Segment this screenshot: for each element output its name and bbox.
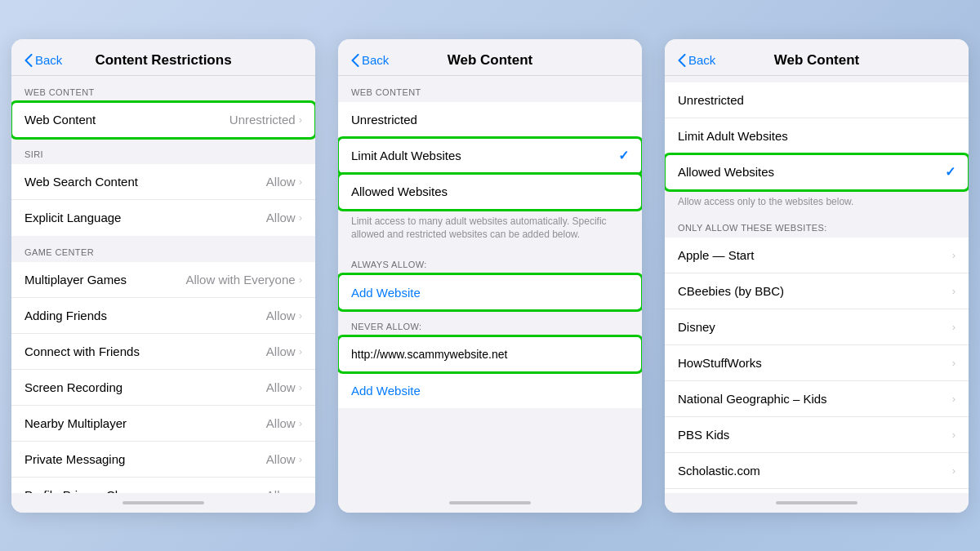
- section-siri-label: SIRI: [11, 138, 315, 164]
- home-bar-3: [776, 501, 858, 504]
- screen2-content: WEB CONTENT Unrestricted Limit Adult Web…: [338, 76, 642, 493]
- home-indicator-3: [665, 493, 969, 513]
- always-allow-group: Add Website: [338, 274, 642, 310]
- website-pbs[interactable]: PBS Kids ›: [665, 417, 969, 453]
- only-allow-label: ONLY ALLOW THESE WEBSITES:: [665, 215, 969, 238]
- screen2: Back Web Content WEB CONTENT Unrestricte…: [338, 39, 642, 513]
- unrestricted-option[interactable]: Unrestricted: [338, 102, 642, 138]
- game-center-items: Multiplayer Games Allow with Everyone › …: [11, 262, 315, 493]
- screen-recording-item[interactable]: Screen Recording Allow ›: [11, 370, 315, 406]
- section-game-label: GAME CENTER: [11, 236, 315, 262]
- limit-adult-option3[interactable]: Limit Adult Websites: [665, 118, 969, 154]
- profile-privacy-item[interactable]: Profile Privacy Changes Allow ›: [11, 478, 315, 493]
- web-search-item[interactable]: Web Search Content Allow ›: [11, 164, 315, 200]
- home-bar-1: [122, 501, 204, 504]
- add-website-never[interactable]: Add Website: [338, 372, 642, 408]
- screen3-title: Web Content: [774, 52, 860, 69]
- home-indicator-2: [338, 493, 642, 513]
- multiplayer-games-item[interactable]: Multiplayer Games Allow with Everyone ›: [11, 262, 315, 298]
- section-web-label: WEB CONTENT: [11, 76, 315, 102]
- back-button-1[interactable]: Back: [24, 53, 62, 67]
- website-howstuffworks[interactable]: HowStuffWorks ›: [665, 345, 969, 381]
- allowed-checkmark: ✓: [945, 164, 956, 180]
- nav-bar-3: Back Web Content: [665, 39, 969, 76]
- screen3-content: Unrestricted Limit Adult Websites Allowe…: [665, 76, 969, 493]
- add-website-always[interactable]: Add Website: [338, 274, 642, 310]
- website-scholastic[interactable]: Scholastic.com ›: [665, 453, 969, 489]
- allowed-desc: Allow access only to the websites below.: [665, 190, 969, 216]
- website-apple[interactable]: Apple — Start ›: [665, 238, 969, 273]
- section-webcontent-label2: WEB CONTENT: [338, 76, 642, 102]
- limit-adult-checkmark: ✓: [618, 148, 629, 163]
- private-messaging-item[interactable]: Private Messaging Allow ›: [11, 442, 315, 478]
- allowed-websites-option3[interactable]: Allowed Websites ✓: [665, 154, 969, 190]
- allowed-websites-option[interactable]: Allowed Websites: [338, 174, 642, 210]
- nav-bar-2: Back Web Content: [338, 39, 642, 76]
- adding-friends-item[interactable]: Adding Friends Allow ›: [11, 298, 315, 334]
- always-allow-label: ALWAYS ALLOW:: [338, 248, 642, 274]
- web-content-item[interactable]: Web Content Unrestricted ›: [11, 102, 315, 138]
- blocked-url-item[interactable]: http://www.scammywebsite.net: [338, 336, 642, 372]
- connect-friends-item[interactable]: Connect with Friends Allow ›: [11, 334, 315, 370]
- web-options-group3: Unrestricted Limit Adult Websites Allowe…: [665, 82, 969, 190]
- website-natgeo[interactable]: National Geographic – Kids ›: [665, 381, 969, 417]
- screen1-content: WEB CONTENT Web Content Unrestricted › S…: [11, 76, 315, 493]
- back-button-2[interactable]: Back: [351, 53, 389, 67]
- limit-adult-option[interactable]: Limit Adult Websites ✓: [338, 138, 642, 174]
- home-bar-2: [449, 501, 531, 504]
- limit-adult-desc: Limit access to many adult websites auto…: [338, 210, 642, 249]
- nav-bar-1: Back Content Restrictions: [11, 39, 315, 76]
- screen1: Back Content Restrictions WEB CONTENT We…: [11, 39, 315, 513]
- unrestricted-option3[interactable]: Unrestricted: [665, 82, 969, 118]
- screen2-title: Web Content: [448, 52, 533, 69]
- website-cbeebies[interactable]: CBeebies (by BBC) ›: [665, 273, 969, 309]
- allowed-websites-list: Apple — Start › CBeebies (by BBC) › Disn…: [665, 238, 969, 492]
- website-disney[interactable]: Disney ›: [665, 309, 969, 345]
- siri-items: Web Search Content Allow › Explicit Lang…: [11, 164, 315, 236]
- screen1-title: Content Restrictions: [95, 52, 231, 69]
- home-indicator-1: [11, 493, 315, 513]
- screen3: Back Web Content Unrestricted Limit Adul…: [665, 39, 969, 513]
- never-allow-group: http://www.scammywebsite.net Add Website: [338, 336, 642, 408]
- explicit-language-item[interactable]: Explicit Language Allow ›: [11, 200, 315, 236]
- back-button-3[interactable]: Back: [678, 53, 715, 67]
- never-allow-label: NEVER ALLOW:: [338, 310, 642, 336]
- web-options-group: Unrestricted Limit Adult Websites ✓ Allo…: [338, 102, 642, 210]
- nearby-multiplayer-item[interactable]: Nearby Multiplayer Allow ›: [11, 406, 315, 442]
